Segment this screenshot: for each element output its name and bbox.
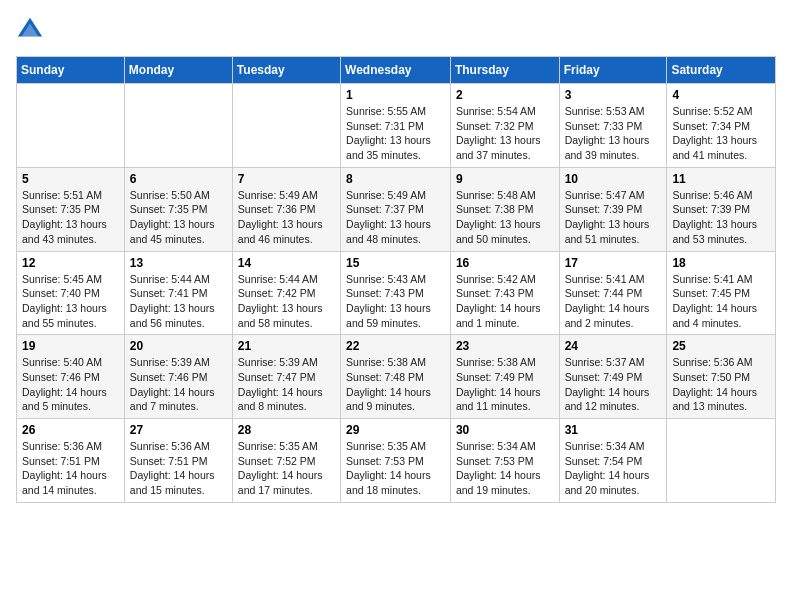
- day-detail: Sunrise: 5:40 AMSunset: 7:46 PMDaylight:…: [22, 355, 119, 414]
- day-number: 21: [238, 339, 335, 353]
- day-detail: Sunrise: 5:51 AMSunset: 7:35 PMDaylight:…: [22, 188, 119, 247]
- day-number: 12: [22, 256, 119, 270]
- calendar-cell: 9Sunrise: 5:48 AMSunset: 7:38 PMDaylight…: [450, 167, 559, 251]
- calendar-cell: 16Sunrise: 5:42 AMSunset: 7:43 PMDayligh…: [450, 251, 559, 335]
- day-number: 14: [238, 256, 335, 270]
- calendar-cell: 20Sunrise: 5:39 AMSunset: 7:46 PMDayligh…: [124, 335, 232, 419]
- day-detail: Sunrise: 5:54 AMSunset: 7:32 PMDaylight:…: [456, 104, 554, 163]
- day-number: 15: [346, 256, 445, 270]
- calendar-cell: 8Sunrise: 5:49 AMSunset: 7:37 PMDaylight…: [341, 167, 451, 251]
- weekday-header: Tuesday: [232, 57, 340, 84]
- calendar-cell: 17Sunrise: 5:41 AMSunset: 7:44 PMDayligh…: [559, 251, 667, 335]
- day-number: 25: [672, 339, 770, 353]
- day-number: 9: [456, 172, 554, 186]
- weekday-header: Saturday: [667, 57, 776, 84]
- day-detail: Sunrise: 5:55 AMSunset: 7:31 PMDaylight:…: [346, 104, 445, 163]
- day-detail: Sunrise: 5:42 AMSunset: 7:43 PMDaylight:…: [456, 272, 554, 331]
- logo: [16, 16, 48, 44]
- day-detail: Sunrise: 5:34 AMSunset: 7:53 PMDaylight:…: [456, 439, 554, 498]
- day-number: 1: [346, 88, 445, 102]
- day-detail: Sunrise: 5:46 AMSunset: 7:39 PMDaylight:…: [672, 188, 770, 247]
- day-number: 27: [130, 423, 227, 437]
- calendar-cell: 21Sunrise: 5:39 AMSunset: 7:47 PMDayligh…: [232, 335, 340, 419]
- calendar-cell: 11Sunrise: 5:46 AMSunset: 7:39 PMDayligh…: [667, 167, 776, 251]
- calendar-header-row: SundayMondayTuesdayWednesdayThursdayFrid…: [17, 57, 776, 84]
- weekday-header: Wednesday: [341, 57, 451, 84]
- day-number: 23: [456, 339, 554, 353]
- calendar-cell: 22Sunrise: 5:38 AMSunset: 7:48 PMDayligh…: [341, 335, 451, 419]
- day-number: 8: [346, 172, 445, 186]
- day-detail: Sunrise: 5:38 AMSunset: 7:48 PMDaylight:…: [346, 355, 445, 414]
- calendar-cell: [124, 84, 232, 168]
- day-detail: Sunrise: 5:47 AMSunset: 7:39 PMDaylight:…: [565, 188, 662, 247]
- day-detail: Sunrise: 5:49 AMSunset: 7:36 PMDaylight:…: [238, 188, 335, 247]
- day-number: 29: [346, 423, 445, 437]
- weekday-header: Thursday: [450, 57, 559, 84]
- day-detail: Sunrise: 5:37 AMSunset: 7:49 PMDaylight:…: [565, 355, 662, 414]
- day-number: 22: [346, 339, 445, 353]
- day-detail: Sunrise: 5:48 AMSunset: 7:38 PMDaylight:…: [456, 188, 554, 247]
- weekday-header: Monday: [124, 57, 232, 84]
- day-number: 24: [565, 339, 662, 353]
- day-detail: Sunrise: 5:41 AMSunset: 7:45 PMDaylight:…: [672, 272, 770, 331]
- day-number: 5: [22, 172, 119, 186]
- day-detail: Sunrise: 5:44 AMSunset: 7:42 PMDaylight:…: [238, 272, 335, 331]
- calendar-week-row: 12Sunrise: 5:45 AMSunset: 7:40 PMDayligh…: [17, 251, 776, 335]
- page-header: [16, 16, 776, 44]
- calendar-cell: 2Sunrise: 5:54 AMSunset: 7:32 PMDaylight…: [450, 84, 559, 168]
- calendar-cell: 29Sunrise: 5:35 AMSunset: 7:53 PMDayligh…: [341, 419, 451, 503]
- day-number: 11: [672, 172, 770, 186]
- calendar-cell: 23Sunrise: 5:38 AMSunset: 7:49 PMDayligh…: [450, 335, 559, 419]
- calendar-cell: 13Sunrise: 5:44 AMSunset: 7:41 PMDayligh…: [124, 251, 232, 335]
- day-number: 28: [238, 423, 335, 437]
- calendar-week-row: 26Sunrise: 5:36 AMSunset: 7:51 PMDayligh…: [17, 419, 776, 503]
- day-number: 26: [22, 423, 119, 437]
- day-detail: Sunrise: 5:34 AMSunset: 7:54 PMDaylight:…: [565, 439, 662, 498]
- day-detail: Sunrise: 5:45 AMSunset: 7:40 PMDaylight:…: [22, 272, 119, 331]
- calendar-table: SundayMondayTuesdayWednesdayThursdayFrid…: [16, 56, 776, 503]
- day-number: 3: [565, 88, 662, 102]
- calendar-cell: 15Sunrise: 5:43 AMSunset: 7:43 PMDayligh…: [341, 251, 451, 335]
- day-detail: Sunrise: 5:50 AMSunset: 7:35 PMDaylight:…: [130, 188, 227, 247]
- calendar-cell: 7Sunrise: 5:49 AMSunset: 7:36 PMDaylight…: [232, 167, 340, 251]
- calendar-cell: 25Sunrise: 5:36 AMSunset: 7:50 PMDayligh…: [667, 335, 776, 419]
- day-number: 30: [456, 423, 554, 437]
- day-detail: Sunrise: 5:44 AMSunset: 7:41 PMDaylight:…: [130, 272, 227, 331]
- calendar-cell: [17, 84, 125, 168]
- calendar-cell: 6Sunrise: 5:50 AMSunset: 7:35 PMDaylight…: [124, 167, 232, 251]
- calendar-cell: 30Sunrise: 5:34 AMSunset: 7:53 PMDayligh…: [450, 419, 559, 503]
- calendar-cell: 31Sunrise: 5:34 AMSunset: 7:54 PMDayligh…: [559, 419, 667, 503]
- day-number: 6: [130, 172, 227, 186]
- day-number: 31: [565, 423, 662, 437]
- calendar-cell: 3Sunrise: 5:53 AMSunset: 7:33 PMDaylight…: [559, 84, 667, 168]
- day-number: 20: [130, 339, 227, 353]
- calendar-cell: 14Sunrise: 5:44 AMSunset: 7:42 PMDayligh…: [232, 251, 340, 335]
- calendar-cell: 24Sunrise: 5:37 AMSunset: 7:49 PMDayligh…: [559, 335, 667, 419]
- logo-icon: [16, 16, 44, 44]
- calendar-cell: 26Sunrise: 5:36 AMSunset: 7:51 PMDayligh…: [17, 419, 125, 503]
- day-detail: Sunrise: 5:39 AMSunset: 7:46 PMDaylight:…: [130, 355, 227, 414]
- day-number: 4: [672, 88, 770, 102]
- calendar-cell: 1Sunrise: 5:55 AMSunset: 7:31 PMDaylight…: [341, 84, 451, 168]
- day-detail: Sunrise: 5:35 AMSunset: 7:53 PMDaylight:…: [346, 439, 445, 498]
- day-detail: Sunrise: 5:35 AMSunset: 7:52 PMDaylight:…: [238, 439, 335, 498]
- calendar-cell: 18Sunrise: 5:41 AMSunset: 7:45 PMDayligh…: [667, 251, 776, 335]
- calendar-cell: [667, 419, 776, 503]
- day-number: 7: [238, 172, 335, 186]
- day-number: 10: [565, 172, 662, 186]
- weekday-header: Friday: [559, 57, 667, 84]
- calendar-cell: [232, 84, 340, 168]
- calendar-cell: 28Sunrise: 5:35 AMSunset: 7:52 PMDayligh…: [232, 419, 340, 503]
- calendar-cell: 4Sunrise: 5:52 AMSunset: 7:34 PMDaylight…: [667, 84, 776, 168]
- calendar-cell: 12Sunrise: 5:45 AMSunset: 7:40 PMDayligh…: [17, 251, 125, 335]
- weekday-header: Sunday: [17, 57, 125, 84]
- day-number: 2: [456, 88, 554, 102]
- calendar-week-row: 19Sunrise: 5:40 AMSunset: 7:46 PMDayligh…: [17, 335, 776, 419]
- day-detail: Sunrise: 5:38 AMSunset: 7:49 PMDaylight:…: [456, 355, 554, 414]
- day-detail: Sunrise: 5:36 AMSunset: 7:51 PMDaylight:…: [22, 439, 119, 498]
- day-number: 19: [22, 339, 119, 353]
- day-detail: Sunrise: 5:43 AMSunset: 7:43 PMDaylight:…: [346, 272, 445, 331]
- calendar-cell: 27Sunrise: 5:36 AMSunset: 7:51 PMDayligh…: [124, 419, 232, 503]
- day-detail: Sunrise: 5:52 AMSunset: 7:34 PMDaylight:…: [672, 104, 770, 163]
- day-detail: Sunrise: 5:36 AMSunset: 7:50 PMDaylight:…: [672, 355, 770, 414]
